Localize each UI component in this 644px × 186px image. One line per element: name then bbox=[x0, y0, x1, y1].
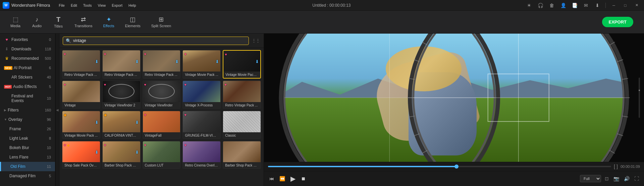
sidebar-item-overlay[interactable]: ▼ Overlay 96 bbox=[0, 115, 55, 124]
fullscreen-icon[interactable]: ⛶ bbox=[633, 175, 640, 182]
effect-card-8[interactable]: ♥ Vintage X-Process bbox=[182, 81, 221, 109]
menu-tools[interactable]: Tools bbox=[80, 2, 95, 8]
download-icon[interactable]: ⬇ bbox=[593, 2, 602, 9]
effect-thumb-1: ♥ ⬇ bbox=[103, 50, 140, 72]
sidebar-item-filters[interactable]: ▶ Filters 160 bbox=[0, 105, 55, 115]
sidebar-item-ai-portrait[interactable]: NEW AI Portrait 6 bbox=[0, 63, 55, 73]
sidebar-item-lensflare[interactable]: Lens Flare 13 bbox=[0, 152, 55, 162]
diamond-badge-10: ◆ bbox=[64, 112, 66, 117]
sidebar-collapse-button[interactable]: ◀ bbox=[55, 34, 59, 186]
sidebar-item-frame[interactable]: Frame 26 bbox=[0, 124, 55, 134]
sidebar-item-ar-stickers[interactable]: AR Stickers 40 bbox=[0, 73, 55, 82]
effect-card-12[interactable]: ♥ VintageFall bbox=[143, 111, 181, 139]
effect-card-15[interactable]: ♥ ◆ ⬇ Shop Sale Pack Overl... bbox=[62, 141, 100, 169]
sidebar-overlay-label: Overlay bbox=[8, 117, 46, 122]
titlebar-menu: File Edit Tools View Export Help bbox=[56, 2, 139, 8]
sidebar-lightleak-label: Light Leak bbox=[9, 136, 48, 141]
effect-thumb-15: ♥ ◆ ⬇ bbox=[62, 141, 100, 162]
tool-titles[interactable]: T Titles bbox=[48, 14, 68, 30]
search-input-wrap[interactable]: 🔍 bbox=[63, 37, 249, 45]
effect-thumb-16: ♥ ⬇ bbox=[103, 141, 140, 162]
close-button[interactable]: ✕ bbox=[632, 2, 641, 9]
export-button[interactable]: EXPORT bbox=[602, 17, 633, 27]
progress-thumb bbox=[454, 165, 459, 169]
effect-card-2[interactable]: ♥ ⬇ Retro Vintage Pack ... bbox=[143, 50, 181, 79]
effect-card-16[interactable]: ♥ ⬇ Barber Shop Pack Ov... bbox=[102, 141, 141, 169]
stop-button[interactable]: ⏹ bbox=[300, 175, 307, 183]
vertical-slider[interactable] bbox=[639, 78, 640, 118]
effect-card-7[interactable]: ♥ Vintage Viewfinder bbox=[143, 81, 181, 109]
tool-audio[interactable]: ♪ Audio bbox=[27, 14, 47, 30]
tool-effects[interactable]: ✦ Effects bbox=[98, 14, 119, 30]
effects-icon: ✦ bbox=[106, 16, 111, 22]
grid-toggle-button[interactable]: ⋮⋮ bbox=[252, 36, 260, 45]
sidebar-damagedfilm-label: Damaged Film bbox=[9, 174, 48, 178]
effect-card-10[interactable]: ◆ ⬇ Vintage Movie Pack ... bbox=[62, 111, 100, 139]
tool-media[interactable]: ⬚ Media bbox=[5, 14, 25, 30]
effect-card-13[interactable]: ♥ GRUNGE-FILM-VINT... bbox=[182, 111, 221, 139]
effect-label-14: Classic bbox=[223, 132, 261, 139]
step-back-button[interactable]: ⏪ bbox=[278, 175, 286, 183]
effect-label-9: Retro Vintage Pack ... bbox=[223, 102, 261, 108]
menu-edit[interactable]: Edit bbox=[68, 2, 80, 8]
sun-icon[interactable]: ☀ bbox=[524, 2, 534, 9]
maximize-button[interactable]: □ bbox=[621, 2, 630, 9]
effect-thumb-5: ♥ bbox=[62, 81, 100, 102]
menu-export[interactable]: Export bbox=[109, 2, 125, 8]
effect-card-18[interactable]: ♥ Retro Cinema Overlay... bbox=[182, 141, 221, 169]
play-button[interactable]: ▶ bbox=[289, 173, 297, 184]
effect-thumb-img-10 bbox=[62, 111, 100, 132]
tool-transitions[interactable]: ⇄ Transitions bbox=[70, 14, 97, 30]
effect-card-9[interactable]: ♥ Retro Vintage Pack ... bbox=[223, 81, 261, 109]
effect-thumb-img-0 bbox=[62, 50, 100, 72]
diamond-badge-11: ◆ bbox=[104, 112, 107, 117]
audio-icon: ♪ bbox=[36, 16, 39, 22]
volume-icon[interactable]: 🔊 bbox=[623, 175, 631, 182]
sidebar-item-bokeh[interactable]: Bokeh Blur 10 bbox=[0, 143, 55, 152]
effect-card-6[interactable]: ♥ Vintage Viewfinder 2 bbox=[102, 81, 141, 109]
fit-screen-icon[interactable]: ⊡ bbox=[604, 175, 610, 182]
effect-card-5[interactable]: ♥ Vintage bbox=[62, 81, 100, 109]
sidebar-item-festival[interactable]: Festival and Events 10 bbox=[0, 91, 55, 105]
time-display: 00:00:01:09 bbox=[621, 165, 640, 169]
effect-card-3[interactable]: ♥ ⬇ Vintage Movie Pack ... bbox=[182, 50, 221, 79]
effect-card-4[interactable]: ♥ ⬇ Vintage Movie Pack ... bbox=[223, 50, 261, 79]
effect-card-1[interactable]: ♥ ⬇ Retro Vintage Pack ... bbox=[102, 50, 141, 79]
preview-toolbar-right: Full 50% 75% 100% ⊡ 📷 🔊 ⛶ bbox=[580, 175, 640, 182]
user-icon[interactable]: 👤 bbox=[558, 2, 568, 9]
progress-bar[interactable] bbox=[268, 166, 611, 167]
menu-view[interactable]: View bbox=[95, 2, 109, 8]
effect-card-17[interactable]: ♥ Custom LUT bbox=[143, 141, 181, 169]
zoom-select[interactable]: Full 50% 75% 100% bbox=[580, 175, 601, 182]
bookmark-icon[interactable]: 📑 bbox=[570, 2, 579, 9]
sidebar-item-oldfilm[interactable]: Old Film 11 bbox=[0, 162, 55, 171]
search-input[interactable] bbox=[73, 38, 246, 43]
tool-splitscreen[interactable]: ⊞ Split Screen bbox=[147, 14, 176, 30]
effect-thumb-img-11 bbox=[103, 111, 140, 132]
effect-card-19[interactable]: Barber Shop Pack Ov... bbox=[223, 141, 261, 169]
effect-label-17: Custom LUT bbox=[143, 162, 180, 169]
sidebar-item-favorites[interactable]: ♥ Favorites 0 bbox=[0, 35, 55, 44]
skip-back-button[interactable]: ⏮ bbox=[268, 175, 275, 183]
sidebar-item-damagedfilm[interactable]: Damaged Film 5 bbox=[0, 171, 55, 181]
trash-icon[interactable]: 🗑 bbox=[547, 2, 556, 9]
sidebar-item-recommended[interactable]: ♛ Recommended 500 bbox=[0, 54, 55, 63]
effect-card-14[interactable]: Classic bbox=[223, 111, 261, 139]
downloads-icon: ⬇ bbox=[4, 47, 9, 51]
zoom-controls bbox=[639, 78, 640, 118]
main-content: ♥ Favorites 0 ⬇ Downloads 118 ♛ Recommen… bbox=[0, 34, 644, 186]
headset-icon[interactable]: 🎧 bbox=[536, 2, 545, 9]
sidebar-item-downloads[interactable]: ⬇ Downloads 118 bbox=[0, 44, 55, 54]
effect-card-11[interactable]: ◆ ⬇ CALIFORNIA VINTAG... bbox=[102, 111, 141, 139]
sidebar-frame-count: 26 bbox=[47, 127, 51, 131]
main-toolbar: ⬚ Media ♪ Audio T Titles ⇄ Transitions ✦… bbox=[0, 11, 644, 34]
camera-icon[interactable]: 📷 bbox=[612, 175, 620, 182]
mail-icon[interactable]: ✉ bbox=[581, 2, 591, 9]
sidebar-item-lightleak[interactable]: Light Leak 8 bbox=[0, 134, 55, 143]
minimize-button[interactable]: ─ bbox=[609, 2, 619, 9]
sidebar-item-audio-effects[interactable]: HOT Audio Effects 5 bbox=[0, 82, 55, 91]
tool-elements[interactable]: ◫ Elements bbox=[120, 14, 145, 30]
menu-file[interactable]: File bbox=[56, 2, 67, 8]
menu-help[interactable]: Help bbox=[126, 2, 139, 8]
effect-card-0[interactable]: ♥ ⬇ Retro Vintage Pack ... bbox=[62, 50, 100, 79]
